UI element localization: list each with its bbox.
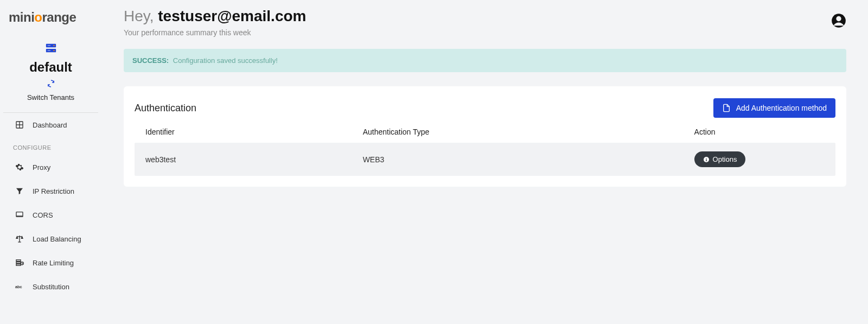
sidebar-item-proxy[interactable]: Proxy [0, 155, 101, 179]
monitor-icon [15, 211, 24, 219]
svg-point-22 [836, 16, 841, 21]
sync-icon[interactable] [47, 79, 55, 88]
cell-action: Options [689, 151, 825, 167]
sidebar-item-dashboard[interactable]: Dashboard [0, 113, 101, 137]
nav-label: Substitution [33, 283, 69, 291]
table-row: web3test WEB3 Options [135, 143, 835, 176]
alert-message: Configuration saved successfully! [173, 56, 278, 65]
nav-label: Proxy [33, 163, 50, 171]
greeting-prefix: Hey, [124, 8, 158, 24]
nav-label: CORS [33, 211, 53, 219]
th-action: Action [689, 128, 825, 136]
filter-icon [15, 187, 24, 195]
avatar-icon[interactable] [831, 13, 846, 28]
sidebar-item-substitution[interactable]: abc Substitution [0, 275, 101, 298]
options-button[interactable]: Options [694, 151, 746, 167]
dashboard-icon [15, 120, 24, 129]
brand-wordmark: miniorange [9, 10, 76, 25]
button-label: Add Authentication method [736, 104, 827, 112]
alert-title: SUCCESS: [132, 56, 169, 65]
svg-rect-4 [47, 45, 50, 46]
svg-point-3 [53, 50, 54, 51]
tenant-name: default [29, 60, 72, 75]
sidebar-item-load-balancing[interactable]: Load Balancing [0, 227, 101, 251]
svg-line-19 [22, 263, 23, 264]
subtitle: Your performance summary this week [124, 28, 306, 37]
rate-icon [15, 258, 24, 267]
svg-text:abc: abc [15, 284, 22, 289]
table-head: Identifier Authentication Type Action [135, 121, 835, 143]
page-header: Hey, testuser@email.com Your performance… [124, 0, 846, 49]
nav-label: Rate Limiting [33, 259, 74, 267]
switch-tenants-link[interactable]: Switch Tenants [27, 93, 74, 101]
nav-label: Load Balancing [33, 235, 81, 243]
greeting-block: Hey, testuser@email.com Your performance… [124, 8, 306, 37]
nav-label: IP Restriction [33, 187, 74, 195]
gear-icon [15, 163, 24, 171]
document-icon [722, 104, 731, 112]
svg-rect-15 [16, 262, 21, 264]
tenant-box: default Switch Tenants [3, 35, 98, 113]
svg-rect-16 [16, 264, 21, 266]
add-authentication-button[interactable]: Add Authentication method [713, 98, 835, 118]
svg-point-2 [53, 45, 54, 46]
authentication-card: Authentication Add Authentication method… [124, 86, 846, 187]
cell-auth-type: WEB3 [363, 155, 689, 164]
button-label: Options [713, 155, 737, 163]
sidebar-item-ip-restriction[interactable]: IP Restriction [0, 179, 101, 203]
th-auth-type: Authentication Type [363, 128, 689, 136]
sidebar-item-rate-limiting[interactable]: Rate Limiting [0, 251, 101, 275]
server-icon [44, 42, 58, 54]
sidebar-item-cors[interactable]: CORS [0, 203, 101, 227]
svg-rect-5 [47, 50, 50, 51]
svg-rect-14 [16, 260, 21, 262]
abc-icon: abc [15, 282, 24, 291]
nav-label: Dashboard [33, 121, 67, 129]
main-content: Hey, testuser@email.com Your performance… [102, 0, 868, 324]
card-title: Authentication [135, 103, 196, 114]
sidebar: miniorange default Switch Tenants Dashbo… [0, 0, 102, 324]
th-identifier: Identifier [145, 128, 363, 136]
cell-identifier: web3test [145, 155, 363, 164]
logo: miniorange [0, 0, 101, 35]
balance-icon [15, 234, 24, 243]
card-header: Authentication Add Authentication method [135, 98, 835, 118]
section-header-configure: CONFIGURE [0, 137, 101, 155]
greeting: Hey, testuser@email.com [124, 8, 306, 25]
user-email: testuser@email.com [158, 8, 306, 24]
auth-table: Identifier Authentication Type Action we… [135, 121, 835, 176]
success-alert: SUCCESS: Configuration saved successfull… [124, 49, 846, 72]
info-icon [703, 156, 710, 163]
